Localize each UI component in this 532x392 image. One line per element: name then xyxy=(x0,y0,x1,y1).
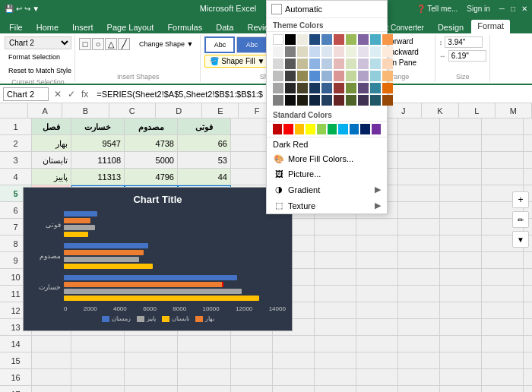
color-swatch[interactable] xyxy=(309,71,320,81)
color-swatch[interactable] xyxy=(370,58,381,69)
color-swatch[interactable] xyxy=(382,34,393,45)
color-swatch[interactable] xyxy=(358,95,369,106)
window-controls[interactable]: ❓ Tell me... Sign in ─ □ ✕ xyxy=(416,5,527,13)
cell-b2[interactable]: 9547 xyxy=(71,135,125,152)
shape-triangle[interactable]: △ xyxy=(105,38,117,50)
row-num-2[interactable]: 2 xyxy=(0,135,32,152)
color-swatch[interactable] xyxy=(273,34,283,45)
col-header-c[interactable]: C xyxy=(109,103,156,119)
shape-rect[interactable]: □ xyxy=(79,38,91,50)
color-swatch[interactable] xyxy=(321,34,332,45)
col-header-e[interactable]: E xyxy=(202,103,239,119)
color-swatch[interactable] xyxy=(346,46,356,57)
quick-access[interactable]: 💾 ↩ ↪ ▼ xyxy=(5,5,40,13)
tab-insert[interactable]: Insert xyxy=(66,21,100,33)
color-swatch[interactable] xyxy=(382,95,393,106)
texture-item[interactable]: ⬚ Texture ▶ xyxy=(267,198,387,213)
cell-c1[interactable]: مصدوم xyxy=(125,119,178,135)
color-swatch[interactable] xyxy=(297,34,308,45)
cell-j3[interactable] xyxy=(440,152,482,169)
color-swatch[interactable] xyxy=(297,71,308,81)
color-swatch[interactable] xyxy=(334,34,344,45)
tab-formulas[interactable]: Formulas xyxy=(161,21,208,33)
color-swatch[interactable] xyxy=(309,46,320,57)
std-color-swatch[interactable] xyxy=(360,124,369,134)
cell-a1[interactable]: فصل xyxy=(32,119,71,135)
color-swatch[interactable] xyxy=(382,46,393,57)
cell-b3[interactable]: 11108 xyxy=(71,152,125,169)
color-swatch[interactable] xyxy=(334,83,344,93)
std-color-swatch[interactable] xyxy=(328,124,337,134)
shape-circle[interactable]: ○ xyxy=(92,38,104,50)
color-swatch[interactable] xyxy=(285,71,296,81)
color-swatch[interactable] xyxy=(273,46,283,57)
color-swatch[interactable] xyxy=(285,46,296,57)
color-swatch[interactable] xyxy=(297,95,308,106)
cell-j1[interactable] xyxy=(440,119,482,135)
width-input[interactable] xyxy=(448,50,486,62)
color-swatch[interactable] xyxy=(321,71,332,81)
style-preset-2[interactable]: Abc xyxy=(236,36,267,53)
cell-i4[interactable] xyxy=(398,169,440,185)
sign-in[interactable]: Sign in xyxy=(467,5,490,13)
add-element-btn[interactable]: + xyxy=(512,191,529,208)
row-num-14[interactable]: 14 xyxy=(0,336,32,352)
picture-item[interactable]: 🖼 Picture... xyxy=(267,166,387,182)
tab-page-layout[interactable]: Page Layout xyxy=(101,21,160,33)
col-header-d[interactable]: D xyxy=(156,103,202,119)
insert-function-btn[interactable]: fx xyxy=(79,89,90,100)
std-color-swatch[interactable] xyxy=(283,124,293,134)
row-num-4[interactable]: 4 xyxy=(0,169,32,185)
tab-home[interactable]: Home xyxy=(30,21,65,33)
cell-i3[interactable] xyxy=(398,152,440,169)
cell-d4[interactable]: 44 xyxy=(178,169,231,185)
cell-j5[interactable] xyxy=(440,185,482,202)
color-swatch[interactable] xyxy=(297,83,308,93)
color-swatch[interactable] xyxy=(309,83,320,93)
col-header-l[interactable]: L xyxy=(459,103,496,119)
enter-formula-btn[interactable]: ✓ xyxy=(65,89,78,100)
row-num-3[interactable]: 3 xyxy=(0,152,32,169)
cell-c3[interactable]: 5000 xyxy=(125,152,178,169)
cell-k4[interactable] xyxy=(482,169,524,185)
color-swatch[interactable] xyxy=(273,83,283,93)
color-swatch[interactable] xyxy=(358,46,369,57)
color-swatch[interactable] xyxy=(321,46,332,57)
style-preset-1[interactable]: Abc xyxy=(204,36,235,53)
cell-b1[interactable]: خسارت xyxy=(71,119,125,135)
shape-fill-btn[interactable]: 🪣 Shape Fill ▼ xyxy=(204,55,270,68)
style-btn[interactable]: ✏ xyxy=(512,211,529,228)
cell-l3[interactable] xyxy=(524,152,532,169)
height-input[interactable] xyxy=(445,36,483,48)
cell-d3[interactable]: 53 xyxy=(178,152,231,169)
col-header-j[interactable]: J xyxy=(385,103,422,119)
color-swatch[interactable] xyxy=(346,95,356,106)
cell-k1[interactable] xyxy=(482,119,524,135)
color-swatch[interactable] xyxy=(346,83,356,93)
cell-a2[interactable]: بهار xyxy=(32,135,71,152)
std-color-swatch[interactable] xyxy=(350,124,359,134)
color-swatch[interactable] xyxy=(273,95,283,106)
color-swatch[interactable] xyxy=(297,58,308,69)
cell-i1[interactable] xyxy=(398,119,440,135)
format-selection-btn[interactable]: Format Selection xyxy=(5,51,71,63)
color-swatch[interactable] xyxy=(382,58,393,69)
color-swatch[interactable] xyxy=(285,58,296,69)
std-color-swatch[interactable] xyxy=(295,124,304,134)
color-swatch[interactable] xyxy=(285,95,296,106)
color-swatch[interactable] xyxy=(321,83,332,93)
color-swatch[interactable] xyxy=(358,34,369,45)
col-header-a[interactable]: A xyxy=(28,103,63,119)
color-swatch[interactable] xyxy=(334,46,344,57)
cell-d2[interactable]: 66 xyxy=(178,135,231,152)
close-btn[interactable]: ✕ xyxy=(521,5,527,13)
color-swatch[interactable] xyxy=(346,34,356,45)
color-swatch[interactable] xyxy=(370,46,381,57)
tell-me[interactable]: ❓ Tell me... xyxy=(416,5,458,13)
cell-l4[interactable] xyxy=(524,169,532,185)
tab-design[interactable]: Design xyxy=(432,21,470,33)
color-swatch[interactable] xyxy=(382,83,393,93)
color-swatch[interactable] xyxy=(273,58,283,69)
tab-file[interactable]: File xyxy=(3,21,29,33)
color-swatch[interactable] xyxy=(334,71,344,81)
